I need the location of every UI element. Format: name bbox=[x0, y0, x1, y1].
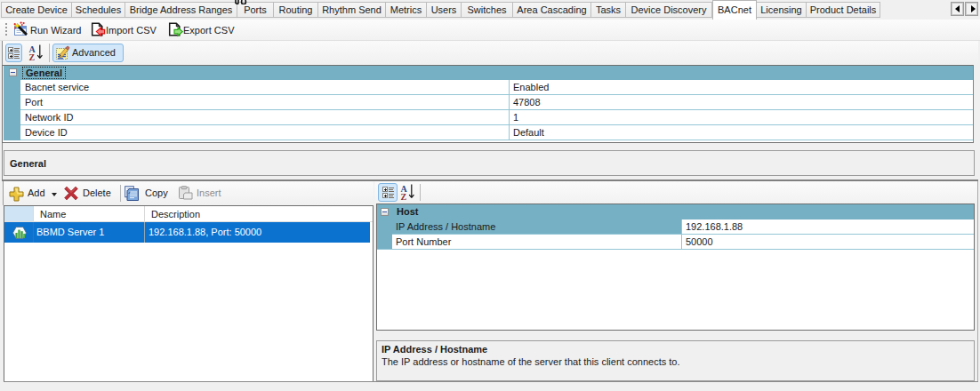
svg-text:Z: Z bbox=[29, 52, 36, 62]
svg-text:Z: Z bbox=[401, 192, 407, 202]
